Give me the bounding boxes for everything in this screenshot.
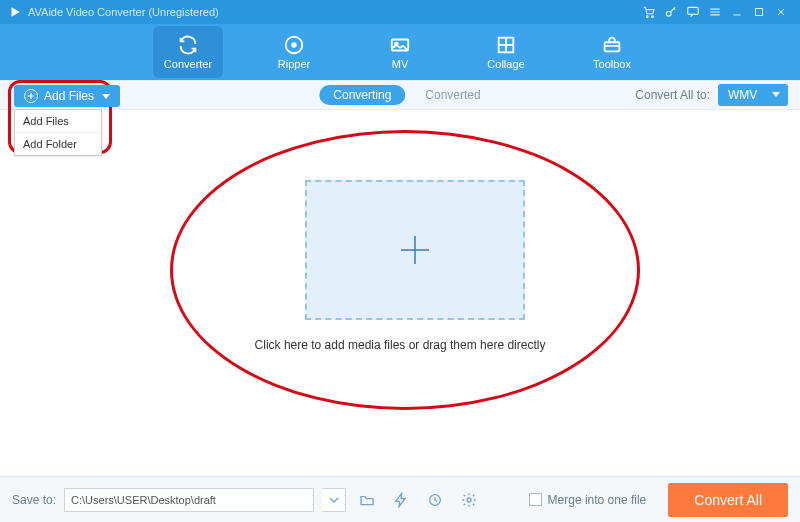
status-tabs: Converting Converted: [319, 85, 480, 105]
plus-circle-icon: [24, 89, 38, 103]
open-folder-button[interactable]: [354, 488, 380, 512]
converter-icon: [177, 34, 199, 56]
convert-all-button-label: Convert All: [694, 492, 762, 508]
merge-checkbox[interactable]: Merge into one file: [529, 493, 647, 507]
plus-icon: [395, 230, 435, 270]
nav-toolbox[interactable]: Toolbox: [577, 26, 647, 78]
main-area: Click here to add media files or drag th…: [0, 110, 800, 476]
main-nav: Converter Ripper MV Collage Toolbox: [0, 24, 800, 80]
nav-converter[interactable]: Converter: [153, 26, 223, 78]
menu-icon[interactable]: [704, 3, 726, 21]
cart-icon[interactable]: [638, 3, 660, 21]
svg-point-7: [292, 43, 296, 47]
save-path-value: C:\Users\USER\Desktop\draft: [71, 494, 216, 506]
convert-all-to-label: Convert All to:: [635, 88, 710, 102]
nav-label: Converter: [164, 58, 212, 70]
convert-all-to: Convert All to: WMV: [635, 84, 788, 106]
maximize-icon[interactable]: [748, 3, 770, 21]
app-logo-icon: [8, 5, 22, 19]
nav-label: Collage: [487, 58, 524, 70]
tab-converting[interactable]: Converting: [319, 85, 405, 105]
high-speed-button[interactable]: [422, 488, 448, 512]
svg-rect-4: [688, 7, 699, 14]
nav-collage[interactable]: Collage: [471, 26, 541, 78]
menu-item-add-files[interactable]: Add Files: [15, 110, 101, 132]
ripper-icon: [283, 34, 305, 56]
svg-point-1: [646, 16, 648, 18]
add-files-label: Add Files: [44, 89, 94, 103]
drop-zone-hint: Click here to add media files or drag th…: [0, 338, 800, 352]
minimize-icon[interactable]: [726, 3, 748, 21]
svg-point-13: [467, 498, 471, 502]
checkbox-box-icon: [529, 493, 542, 506]
nav-mv[interactable]: MV: [365, 26, 435, 78]
nav-label: MV: [392, 58, 409, 70]
settings-button[interactable]: [456, 488, 482, 512]
key-icon[interactable]: [660, 3, 682, 21]
add-files-menu: Add Files Add Folder: [14, 109, 102, 156]
nav-ripper[interactable]: Ripper: [259, 26, 329, 78]
merge-label: Merge into one file: [548, 493, 647, 507]
hardware-accel-button[interactable]: [388, 488, 414, 512]
app-title: AVAide Video Converter (Unregistered): [28, 6, 219, 18]
menu-item-add-folder[interactable]: Add Folder: [15, 132, 101, 155]
add-files-dropdown: Add Files Add Files Add Folder: [14, 85, 120, 156]
selected-format: WMV: [728, 88, 757, 102]
save-to-label: Save to:: [12, 493, 56, 507]
svg-marker-0: [12, 7, 20, 16]
convert-all-button[interactable]: Convert All: [668, 483, 788, 517]
svg-point-3: [666, 11, 671, 16]
add-files-button[interactable]: Add Files: [14, 85, 120, 107]
nav-label: Ripper: [278, 58, 310, 70]
save-path-field[interactable]: C:\Users\USER\Desktop\draft: [64, 488, 314, 512]
titlebar: AVAide Video Converter (Unregistered): [0, 0, 800, 24]
svg-point-2: [652, 16, 654, 18]
toolbox-icon: [601, 34, 623, 56]
collage-icon: [495, 34, 517, 56]
bottom-bar: Save to: C:\Users\USER\Desktop\draft Mer…: [0, 476, 800, 522]
caret-down-icon: [772, 92, 780, 97]
output-format-select[interactable]: WMV: [718, 84, 788, 106]
drop-zone[interactable]: [305, 180, 525, 320]
tab-converted[interactable]: Converted: [425, 88, 480, 102]
mv-icon: [389, 34, 411, 56]
close-icon[interactable]: [770, 3, 792, 21]
sub-toolbar: Add Files Add Files Add Folder Convertin…: [0, 80, 800, 110]
caret-down-icon: [102, 94, 110, 99]
nav-label: Toolbox: [593, 58, 631, 70]
svg-rect-5: [756, 9, 763, 16]
feedback-icon[interactable]: [682, 3, 704, 21]
save-path-dropdown[interactable]: [322, 488, 346, 512]
